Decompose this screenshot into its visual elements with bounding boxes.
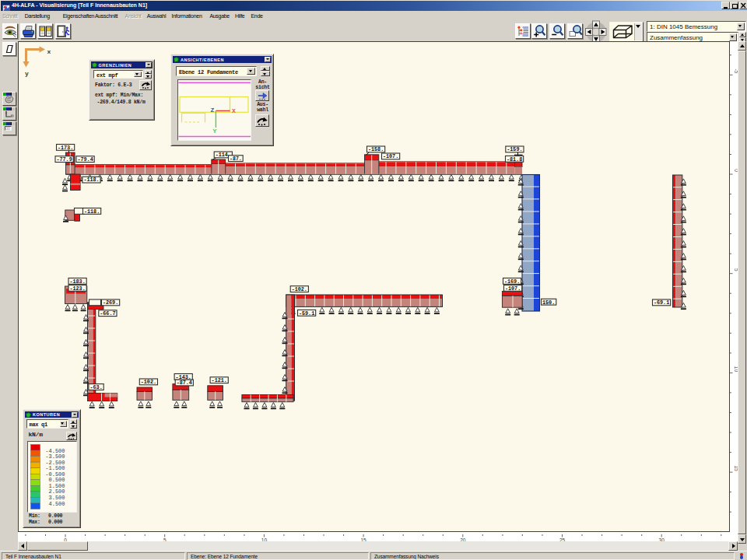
svg-text:-87.4: -87.4 <box>177 380 192 386</box>
svg-text:-79.4: -79.4 <box>78 156 93 163</box>
svg-text:Z: Z <box>210 107 214 114</box>
svg-text:y: y <box>25 70 29 77</box>
svg-text:-107.: -107. <box>505 285 521 292</box>
svg-text:-169.: -169. <box>504 278 520 285</box>
svg-text:x: x <box>47 48 51 55</box>
svg-text:-118.: -118. <box>84 208 100 215</box>
svg-text:150.: 150. <box>542 299 555 306</box>
svg-text:-158.: -158. <box>368 146 384 152</box>
svg-text:-59.1: -59.1 <box>299 310 314 317</box>
svg-text:X: X <box>232 107 236 114</box>
svg-text:4.500: 4.500 <box>48 501 65 507</box>
svg-text:Y: Y <box>212 128 216 135</box>
svg-text:-77.9: -77.9 <box>57 156 72 163</box>
svg-text:-66.7: -66.7 <box>100 310 115 317</box>
svg-text:-269.: -269. <box>103 299 118 306</box>
svg-text:-63.: -63. <box>89 384 102 390</box>
svg-text:-69.1: -69.1 <box>654 299 669 306</box>
svg-text:-107.: -107. <box>383 153 398 159</box>
svg-text:-102.: -102. <box>292 286 307 292</box>
svg-text:-102.: -102. <box>141 379 156 385</box>
svg-text:-173.: -173. <box>58 145 73 151</box>
svg-text:-121.: -121. <box>212 377 227 383</box>
svg-text:-123.: -123. <box>70 285 86 292</box>
svg-text:-183.: -183. <box>70 278 86 285</box>
svg-text:-87.: -87. <box>230 156 242 162</box>
svg-text:-118.: -118. <box>83 177 99 183</box>
svg-text:-81.8: -81.8 <box>507 156 522 163</box>
svg-text:-159.: -159. <box>507 146 522 152</box>
